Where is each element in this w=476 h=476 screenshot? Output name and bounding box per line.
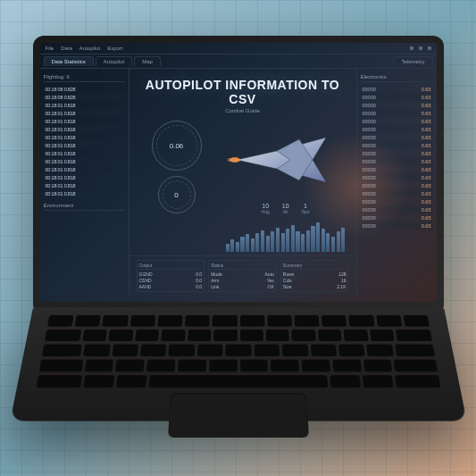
key[interactable] [102,314,128,326]
key[interactable] [213,329,237,341]
list-item[interactable]: 00:18 01 0.818 [44,157,125,165]
menu-file[interactable]: File [46,46,54,51]
list-item[interactable]: 000000.65 [361,117,433,125]
key[interactable] [343,329,368,341]
tab-map[interactable]: Map [134,56,161,66]
list-item[interactable]: 000000.65 [361,165,433,173]
maximize-icon[interactable] [419,46,422,50]
key[interactable] [83,374,114,388]
key[interactable] [321,314,347,326]
key[interactable] [225,344,251,356]
key[interactable] [187,329,211,341]
key[interactable] [239,329,263,341]
list-item[interactable]: 000000.65 [361,189,433,197]
list-item[interactable]: 00:18 01 0.818 [44,165,125,173]
key[interactable] [177,359,205,372]
key[interactable] [196,344,222,356]
key[interactable] [108,329,133,341]
close-icon[interactable] [428,46,431,50]
key[interactable] [369,329,394,341]
key[interactable] [135,329,159,341]
key[interactable] [348,314,374,326]
tab-data-statistics[interactable]: Data Statistics [44,56,94,66]
list-item[interactable]: 00:18 01 0.818 [44,141,125,149]
list-item[interactable]: 00:18 01 0.818 [44,149,125,157]
list-item[interactable]: 00:18 01 0.818 [44,181,125,189]
key[interactable] [254,344,280,356]
minimize-icon[interactable] [410,46,413,50]
list-item[interactable]: 00:18 01 0.818 [44,133,125,141]
trackpad[interactable] [168,393,309,438]
key[interactable] [310,344,337,356]
key[interactable] [84,359,113,372]
key[interactable] [395,329,431,341]
key[interactable] [291,329,315,341]
key[interactable] [239,314,264,326]
list-item[interactable]: 00:18 01 0.818 [44,117,125,125]
key[interactable] [394,344,434,356]
gauge-primary[interactable]: 0.06 [152,121,202,171]
menu-autopilot[interactable]: Autopilot [79,46,100,51]
list-item[interactable]: 000000.65 [361,109,433,117]
key[interactable] [139,344,166,356]
key[interactable] [116,374,147,388]
key[interactable] [44,329,80,341]
key[interactable] [330,374,361,388]
key[interactable] [212,314,237,326]
key[interactable] [74,314,101,326]
list-item[interactable]: 00:18 01 0.818 [44,173,125,181]
list-item[interactable]: 00:18 01 0.818 [44,189,125,197]
key[interactable] [146,359,176,372]
key[interactable] [394,374,440,388]
list-item[interactable]: 00:18 08 0.828 [44,93,125,101]
gauge-secondary[interactable]: 0 [158,176,196,213]
list-item[interactable]: 00:18 01 0.818 [44,101,125,109]
key[interactable] [184,314,209,326]
key[interactable] [41,344,81,356]
list-item[interactable]: 000000.65 [361,205,433,213]
list-item[interactable]: 000000.65 [361,125,433,133]
key[interactable] [265,329,289,341]
list-item[interactable]: 000000.65 [361,93,433,101]
tab-telemetry[interactable]: Telemetry [393,56,432,66]
key[interactable] [129,314,155,326]
menu-export[interactable]: Export [107,46,122,51]
key[interactable] [239,359,268,372]
list-item[interactable]: 00:18 08 0.828 [44,85,125,93]
list-item[interactable]: 00:18 01 0.818 [44,125,125,133]
list-item[interactable]: 000000.65 [361,181,433,189]
key[interactable] [331,359,361,372]
key[interactable] [338,344,364,356]
tab-autopilot[interactable]: Autopilot [96,56,132,66]
list-item[interactable]: 000000.65 [361,141,433,149]
list-item[interactable]: 000000.65 [361,101,433,109]
key[interactable] [403,314,430,326]
key[interactable] [208,359,237,372]
list-item[interactable]: 000000.65 [361,173,433,181]
key[interactable] [393,359,438,372]
key-space[interactable] [148,374,327,388]
key[interactable] [83,344,110,356]
list-item[interactable]: 000000.65 [361,213,433,221]
key[interactable] [363,359,392,372]
key[interactable] [38,359,83,372]
key[interactable] [375,314,402,326]
key[interactable] [317,329,341,341]
key[interactable] [157,314,182,326]
key[interactable] [168,344,194,356]
key[interactable] [82,329,107,341]
list-item[interactable]: 000000.65 [361,85,433,93]
list-item[interactable]: 000000.65 [361,197,433,205]
key[interactable] [112,344,138,356]
menu-data[interactable]: Data [61,46,72,51]
key[interactable] [266,314,291,326]
key[interactable] [301,359,330,372]
list-item[interactable]: 000000.65 [361,149,433,157]
list-item[interactable]: 000000.65 [361,221,433,230]
key[interactable] [362,374,393,388]
list-item[interactable]: 000000.65 [361,157,433,165]
list-item[interactable]: 000000.65 [361,133,433,141]
key[interactable] [161,329,185,341]
key[interactable] [36,374,82,388]
list-item[interactable]: 00:18 01 0.818 [44,109,125,117]
